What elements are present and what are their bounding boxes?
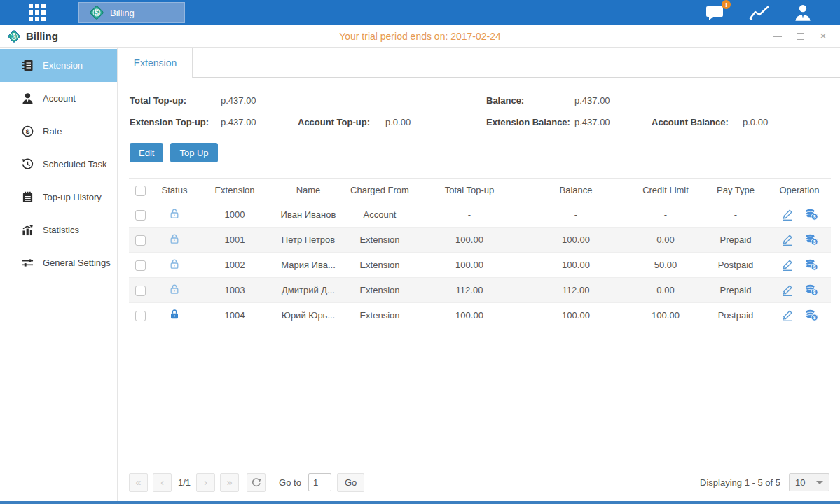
extension-balance-value: p.437.00 — [574, 117, 652, 127]
rate-coin-icon: $ — [22, 125, 34, 137]
row-checkbox[interactable] — [135, 311, 146, 321]
notifications-button[interactable]: ! — [705, 4, 725, 21]
top-up-row-button[interactable]: $ — [805, 234, 818, 246]
edit-row-button[interactable] — [781, 234, 794, 246]
maximize-icon — [797, 33, 804, 40]
sidebar-item-scheduled-task[interactable]: Scheduled Task — [0, 148, 117, 181]
tab-strip-filler — [193, 48, 840, 78]
svg-text:$: $ — [813, 315, 815, 321]
cell-total-topup: 100.00 — [415, 227, 524, 253]
page-indicator: 1/1 — [178, 477, 191, 488]
line-chart-icon — [749, 5, 770, 20]
edit-row-button[interactable] — [781, 260, 794, 271]
notification-badge: ! — [722, 0, 731, 9]
tab-extension[interactable]: Extension — [118, 48, 193, 78]
sidebar-item-label: Account — [43, 93, 76, 104]
billing-summary: Total Top-up: p.437.00 Extension Top-up:… — [118, 78, 840, 133]
general-settings-sliders-icon — [22, 257, 34, 269]
edit-row-button[interactable] — [781, 285, 794, 296]
refresh-button[interactable] — [247, 473, 266, 492]
sidebar-item-account[interactable]: Account — [0, 82, 117, 115]
edit-pencil-icon — [781, 310, 794, 321]
taskbar-item-billing[interactable]: $ Billing — [78, 2, 185, 23]
top-up-row-button[interactable]: $ — [805, 284, 818, 296]
select-all-checkbox[interactable] — [135, 186, 146, 196]
row-checkbox[interactable] — [135, 286, 146, 296]
go-button[interactable]: Go — [337, 473, 364, 492]
cell-pay-type: Prepaid — [703, 278, 768, 303]
edit-pencil-icon — [781, 285, 794, 296]
table-row: 1004 Юрий Юрь... Extension 100.00 100.00… — [129, 303, 831, 328]
user-icon — [794, 4, 812, 22]
svg-text:$: $ — [813, 214, 815, 220]
cell-credit-limit: 50.00 — [628, 253, 703, 278]
col-balance: Balance — [524, 178, 628, 202]
sidebar-item-rate[interactable]: $ Rate — [0, 115, 117, 148]
close-button[interactable]: × — [818, 31, 829, 42]
cell-name: Юрий Юрь... — [272, 303, 345, 328]
page-size-value: 10 — [795, 477, 805, 488]
cell-balance: - — [524, 202, 628, 227]
top-up-row-button[interactable]: $ — [805, 209, 818, 220]
top-up-button[interactable]: Top Up — [170, 143, 217, 162]
col-name: Name — [272, 178, 345, 202]
trial-period-message: Your trial period ends on: 2017-02-24 — [0, 31, 840, 42]
cell-credit-limit: - — [628, 202, 703, 227]
col-pay-type: Pay Type — [703, 178, 768, 202]
content-area: Extension Total Top-up: p.437.00 Extensi… — [118, 48, 840, 501]
resource-monitor-button[interactable] — [749, 5, 770, 20]
first-page-button[interactable]: « — [129, 473, 148, 492]
prev-page-button[interactable]: ‹ — [153, 473, 172, 492]
last-page-button[interactable]: » — [220, 473, 239, 492]
pagination-bar: « ‹ 1/1 › » Go to Go Displaying 1 - 5 of… — [118, 469, 840, 501]
sidebar-item-extension[interactable]: Extension — [0, 49, 117, 82]
sidebar-item-topup-history[interactable]: Top-up History — [0, 181, 117, 214]
user-account-button[interactable] — [794, 4, 812, 22]
total-topup-value: p.437.00 — [221, 95, 298, 106]
svg-text:$: $ — [26, 127, 30, 135]
col-status: Status — [151, 178, 198, 202]
sidebar-item-label: Scheduled Task — [43, 159, 107, 169]
cell-extension: 1002 — [198, 253, 272, 278]
last-page-icon: » — [227, 477, 233, 488]
unlocked-icon — [169, 233, 180, 244]
tab-strip: Extension — [118, 48, 840, 78]
row-checkbox[interactable] — [135, 235, 146, 246]
top-up-row-button[interactable]: $ — [805, 309, 818, 321]
col-total-topup: Total Top-up — [415, 178, 524, 202]
cell-total-topup: 100.00 — [415, 303, 524, 328]
next-page-icon: › — [204, 477, 207, 488]
table-header-row: Status Extension Name Charged From Total… — [129, 178, 831, 202]
edit-button[interactable]: Edit — [130, 143, 163, 162]
cell-extension: 1000 — [198, 202, 272, 227]
cell-extension: 1003 — [198, 278, 272, 303]
edit-row-button[interactable] — [781, 209, 794, 220]
sidebar-item-label: Rate — [43, 126, 62, 136]
top-up-row-button[interactable]: $ — [805, 259, 818, 271]
maximize-button[interactable] — [794, 31, 806, 42]
minimize-button[interactable] — [771, 31, 783, 42]
cell-charged-from: Extension — [345, 253, 415, 278]
app-launcher-icon[interactable] — [25, 1, 49, 24]
edit-pencil-icon — [781, 260, 794, 271]
goto-page-input[interactable] — [308, 473, 331, 491]
account-balance-label: Account Balance: — [652, 117, 743, 127]
next-page-button[interactable]: › — [196, 473, 215, 492]
cell-extension: 1004 — [198, 303, 272, 328]
balance-label: Balance: — [486, 95, 574, 106]
sidebar-item-general-settings[interactable]: General Settings — [0, 246, 117, 279]
tab-label: Extension — [134, 57, 177, 69]
edit-row-button[interactable] — [781, 310, 794, 321]
coins-topup-icon: $ — [805, 234, 818, 246]
row-checkbox[interactable] — [135, 260, 146, 271]
page-size-select[interactable]: 10 — [789, 473, 829, 491]
row-checkbox[interactable] — [135, 210, 146, 220]
statistics-chart-icon — [22, 224, 34, 236]
coins-topup-icon: $ — [805, 309, 818, 321]
svg-text:$: $ — [813, 239, 815, 245]
window-titlebar: $ Billing Your trial period ends on: 201… — [0, 25, 840, 48]
close-icon: × — [820, 30, 827, 42]
sidebar-item-statistics[interactable]: Statistics — [0, 214, 117, 246]
col-credit-limit: Credit Limit — [628, 178, 703, 202]
unlocked-icon — [169, 208, 180, 219]
